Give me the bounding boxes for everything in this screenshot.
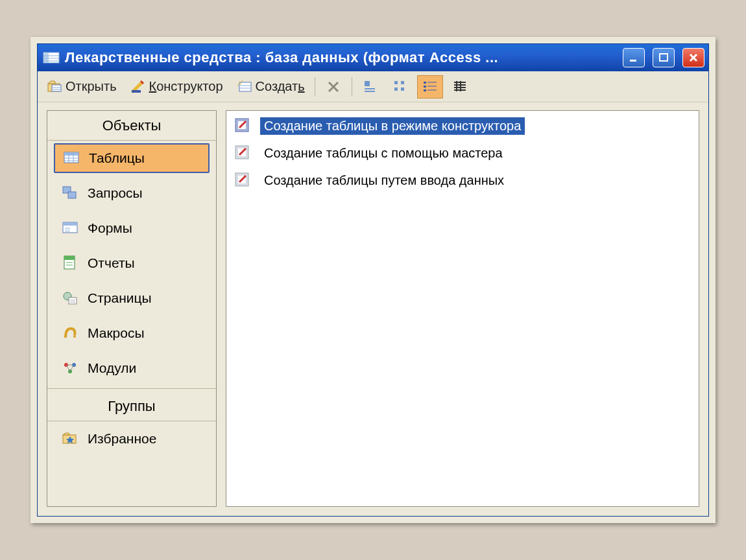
tables-icon	[63, 150, 80, 167]
queries-icon	[62, 185, 78, 202]
toolbar: Открыть Конструктор	[38, 71, 708, 102]
create-icon	[236, 78, 253, 95]
forms-icon	[62, 220, 78, 237]
list-view-button[interactable]	[417, 75, 443, 99]
small-icons-icon	[392, 78, 409, 95]
design-icon	[130, 78, 147, 95]
objects-sidebar: Объекты Таблицы Запросы	[47, 110, 217, 507]
svg-rect-51	[64, 256, 75, 260]
svg-point-16	[241, 80, 243, 82]
svg-line-64	[70, 365, 74, 371]
svg-rect-39	[64, 152, 78, 156]
svg-rect-55	[69, 298, 77, 304]
svg-point-18	[240, 83, 241, 84]
list-item[interactable]: Создание таблицы в режиме конструктора	[232, 115, 693, 137]
sidebar-item-label: Страницы	[88, 290, 152, 306]
groups-header[interactable]: Группы	[47, 391, 216, 421]
sidebar-item-label: Отчеты	[88, 255, 135, 271]
svg-rect-30	[424, 89, 426, 91]
titlebar[interactable]: Лекарственные средства : база данных (фо…	[38, 44, 708, 71]
list-item-label: Создание таблицы путем ввода данных	[260, 172, 508, 189]
macros-icon	[62, 325, 78, 342]
sidebar-item-label: Запросы	[88, 185, 143, 201]
close-button[interactable]	[682, 48, 704, 67]
minimize-button[interactable]	[623, 48, 645, 67]
svg-rect-22	[394, 81, 398, 84]
reports-icon	[62, 255, 78, 272]
svg-rect-28	[424, 86, 426, 88]
sidebar-item-reports[interactable]: Отчеты	[54, 248, 210, 278]
list-item-label: Создание таблицы в режиме конструктора	[260, 117, 525, 135]
delete-button[interactable]	[320, 75, 346, 99]
details-view-icon	[451, 78, 468, 95]
small-icons-button[interactable]	[387, 75, 413, 99]
design-button[interactable]: Конструктор	[125, 75, 228, 99]
svg-rect-5	[630, 60, 636, 62]
open-icon	[46, 78, 63, 95]
sidebar-item-pages[interactable]: Страницы	[54, 283, 210, 313]
sidebar-item-label: Модули	[88, 360, 136, 376]
large-icons-button[interactable]	[357, 75, 383, 99]
create-button[interactable]: Создать	[232, 75, 309, 99]
modules-icon	[62, 360, 78, 377]
svg-rect-45	[68, 192, 76, 198]
svg-rect-48	[65, 228, 70, 229]
toolbar-separator	[352, 77, 352, 97]
sidebar-item-label: Макросы	[88, 325, 145, 341]
svg-point-17	[237, 84, 239, 86]
database-window: Лекарственные средства : база данных (фо…	[37, 43, 709, 517]
app-icon	[43, 49, 60, 66]
svg-rect-8	[52, 85, 61, 91]
svg-rect-47	[63, 222, 77, 226]
sidebar-item-queries[interactable]: Запросы	[54, 178, 210, 208]
sidebar-divider	[47, 388, 216, 389]
objects-header[interactable]: Объекты	[47, 111, 216, 141]
svg-rect-19	[365, 81, 370, 86]
sidebar-item-macros[interactable]: Макросы	[54, 318, 210, 348]
delete-icon	[325, 78, 342, 95]
list-view-icon	[422, 78, 439, 95]
sidebar-item-modules[interactable]: Модули	[54, 353, 210, 383]
svg-rect-24	[394, 88, 398, 91]
content-list: Создание таблицы в режиме конструктора С…	[226, 110, 699, 507]
wizard-icon	[234, 172, 251, 189]
svg-rect-1	[43, 52, 49, 63]
sidebar-item-favorites[interactable]: Избранное	[54, 424, 210, 454]
sidebar-item-forms[interactable]: Формы	[54, 213, 210, 243]
sidebar-item-tables[interactable]: Таблицы	[54, 143, 210, 173]
svg-rect-49	[65, 230, 70, 232]
favorites-icon	[62, 430, 78, 447]
large-icons-icon	[362, 78, 379, 95]
sidebar-item-label: Избранное	[88, 431, 156, 447]
maximize-button[interactable]	[653, 48, 675, 67]
list-item-label: Создание таблицы с помощью мастера	[260, 145, 507, 162]
toolbar-separator	[315, 77, 315, 97]
svg-rect-23	[401, 81, 404, 84]
pages-icon	[62, 290, 78, 307]
list-item[interactable]: Создание таблицы с помощью мастера	[232, 142, 693, 164]
wizard-icon	[234, 145, 251, 161]
svg-rect-25	[401, 88, 404, 91]
svg-point-15	[239, 82, 240, 83]
open-button[interactable]: Открыть	[42, 75, 121, 99]
details-view-button[interactable]	[447, 75, 473, 99]
window-title: Лекарственные средства : база данных (фо…	[65, 49, 615, 66]
svg-rect-11	[132, 90, 141, 93]
sidebar-item-label: Таблицы	[89, 150, 145, 166]
svg-rect-6	[660, 54, 668, 61]
svg-point-58	[73, 335, 76, 338]
svg-rect-26	[424, 82, 426, 84]
svg-line-63	[66, 365, 70, 371]
sidebar-item-label: Формы	[88, 220, 132, 236]
list-item[interactable]: Создание таблицы путем ввода данных	[232, 169, 693, 191]
wizard-icon	[234, 117, 251, 134]
